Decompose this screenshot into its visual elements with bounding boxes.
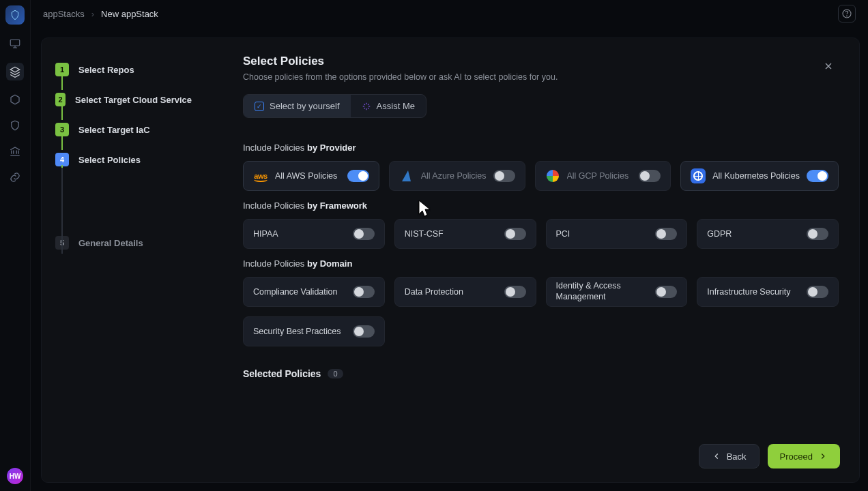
svg-point-2 <box>847 16 848 16</box>
framework-grid: HIPAA NIST-CSF PCI GDPR <box>243 219 839 249</box>
domain-toggle-iam[interactable] <box>655 286 677 298</box>
button-label: Back <box>727 451 747 462</box>
framework-tile-gdpr[interactable]: GDPR <box>697 219 839 249</box>
stepper: 1 Select Repos 2 Select Target Cloud Ser… <box>55 55 192 258</box>
checkbox-icon <box>255 102 264 111</box>
step-target-iac[interactable]: 3 Select Target IaC <box>55 115 192 145</box>
domain-tile-compliance[interactable]: Compliance Validation <box>243 277 385 307</box>
tile-label: All GCP Policies <box>567 171 633 181</box>
step-label: General Details <box>78 238 143 248</box>
monitor-icon[interactable] <box>8 37 22 50</box>
domain-toggle-best-practices[interactable] <box>353 325 375 338</box>
framework-toggle-gdpr[interactable] <box>807 228 828 240</box>
tile-label: PCI <box>556 229 649 239</box>
provider-toggle-gcp[interactable] <box>639 170 661 182</box>
step-select-repos[interactable]: 1 Select Repos <box>55 55 192 85</box>
step-number: 3 <box>55 123 69 136</box>
tile-label: GDPR <box>707 229 800 239</box>
tile-label: Infrastructure Security <box>707 287 800 297</box>
provider-tile-aws[interactable]: aws All AWS Policies <box>243 161 379 191</box>
page-subtitle: Choose policies from the options provide… <box>243 72 839 82</box>
tile-label: HIPAA <box>253 229 346 239</box>
breadcrumb-current: New appStack <box>101 9 158 19</box>
breadcrumb-bar: appStacks › New appStack <box>31 0 868 27</box>
domain-tile-best-practices[interactable]: Security Best Practices <box>243 316 385 346</box>
shield-icon[interactable] <box>8 119 22 132</box>
framework-toggle-hipaa[interactable] <box>353 228 375 240</box>
tile-label: Compliance Validation <box>253 287 346 297</box>
domain-toggle-infra-security[interactable] <box>807 286 828 298</box>
domain-tile-data-protection[interactable]: Data Protection <box>394 277 536 307</box>
breadcrumb-root[interactable]: appStacks <box>43 9 85 19</box>
svg-rect-0 <box>10 40 20 46</box>
step-label: Select Target IaC <box>78 125 150 135</box>
back-button[interactable]: Back <box>699 444 760 468</box>
step-label: Select Target Cloud Service <box>75 95 192 105</box>
framework-tile-hipaa[interactable]: HIPAA <box>243 219 385 249</box>
step-select-policies[interactable]: 4 Select Policies <box>55 145 192 175</box>
button-label: Proceed <box>780 451 813 462</box>
domain-toggle-compliance[interactable] <box>353 286 375 298</box>
layers-icon[interactable] <box>6 63 24 80</box>
framework-tile-pci[interactable]: PCI <box>546 219 688 249</box>
step-label: Select Policies <box>78 155 141 165</box>
aws-icon: aws <box>253 168 268 183</box>
sparkle-icon <box>362 102 371 111</box>
tile-label: All AWS Policies <box>275 171 341 181</box>
segmented-label: Select by yourself <box>270 101 340 111</box>
bank-icon[interactable] <box>8 145 22 158</box>
tile-label: Security Best Practices <box>253 327 346 336</box>
domain-toggle-data-protection[interactable] <box>504 286 526 298</box>
kubernetes-icon <box>691 168 706 183</box>
section-framework-title: Include Policies by Framework <box>243 200 839 211</box>
segmented-label: Assist Me <box>377 101 415 111</box>
step-number: 1 <box>55 63 69 76</box>
app-rail: HW <box>0 0 31 491</box>
step-label: Select Repos <box>78 65 134 75</box>
provider-tile-azure[interactable]: All Azure Policies <box>389 161 525 191</box>
gcp-icon <box>545 168 560 183</box>
link-icon[interactable] <box>8 170 22 184</box>
main-panel: 1 Select Repos 2 Select Target Cloud Ser… <box>41 38 860 483</box>
selected-title: Selected Policies <box>243 368 321 379</box>
tile-label: All Kubernetes Policies <box>712 171 800 181</box>
domain-tile-infra-security[interactable]: Infrastructure Security <box>697 277 839 307</box>
tile-label: Data Protection <box>405 287 497 297</box>
select-by-yourself-tab[interactable]: Select by yourself <box>244 95 351 117</box>
section-provider-title: Include Policies by Provider <box>243 143 839 153</box>
step-number: 4 <box>55 153 69 166</box>
content-area: Select Policies Choose policies from the… <box>243 55 839 434</box>
domain-grid: Compliance Validation Data Protection Id… <box>243 277 839 346</box>
hexagon-icon[interactable] <box>8 93 22 106</box>
page-title: Select Policies <box>243 55 839 68</box>
footer-actions: Back Proceed <box>699 444 840 468</box>
domain-tile-iam[interactable]: Identity & Access Management <box>546 277 688 307</box>
provider-toggle-aws[interactable] <box>347 170 369 182</box>
app-logo[interactable] <box>5 5 25 25</box>
framework-tile-nist[interactable]: NIST-CSF <box>394 219 536 249</box>
tile-label: NIST-CSF <box>405 229 497 239</box>
azure-icon <box>399 168 414 183</box>
step-connector <box>61 168 63 254</box>
provider-toggle-k8s[interactable] <box>807 170 828 182</box>
step-number: 2 <box>55 93 66 106</box>
selected-policies-row: Selected Policies 0 <box>243 368 839 379</box>
tile-label: All Azure Policies <box>421 171 487 181</box>
framework-toggle-pci[interactable] <box>655 228 677 240</box>
step-target-cloud[interactable]: 2 Select Target Cloud Service <box>55 85 192 115</box>
user-avatar[interactable]: HW <box>7 468 23 484</box>
step-general-details[interactable]: 5 General Details <box>55 228 192 258</box>
selected-count-badge: 0 <box>328 369 343 378</box>
provider-tile-k8s[interactable]: All Kubernetes Policies <box>680 161 839 191</box>
proceed-button[interactable]: Proceed <box>768 444 840 468</box>
tile-label: Identity & Access Management <box>556 281 649 302</box>
provider-grid: aws All AWS Policies All Azure Policies … <box>243 161 839 191</box>
chevron-right-icon: › <box>91 9 94 19</box>
framework-toggle-nist[interactable] <box>504 228 526 240</box>
help-icon[interactable] <box>838 5 856 23</box>
mode-segmented-control: Select by yourself Assist Me <box>243 94 426 118</box>
provider-toggle-azure[interactable] <box>493 170 515 182</box>
assist-me-tab[interactable]: Assist Me <box>351 95 426 117</box>
section-domain-title: Include Policies by Domain <box>243 258 839 269</box>
provider-tile-gcp[interactable]: All GCP Policies <box>535 161 671 191</box>
